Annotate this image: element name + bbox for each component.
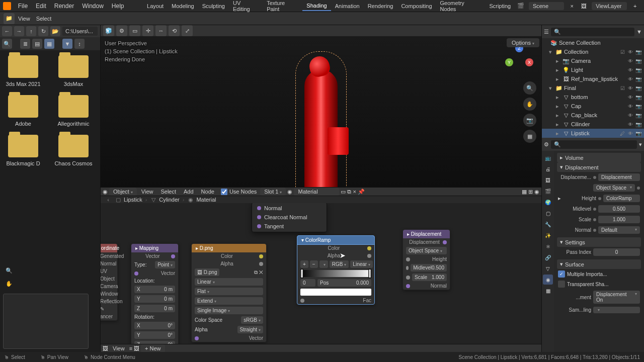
menu-window[interactable]: Window bbox=[78, 3, 108, 10]
ramp-remove-icon[interactable]: − bbox=[310, 260, 318, 268]
img-more-icon[interactable]: ≡ bbox=[129, 345, 132, 351]
backdrop-icon[interactable]: ◉ bbox=[534, 189, 539, 195]
tab-modifier-icon[interactable]: 🔧 bbox=[543, 219, 553, 229]
ramp-gradient[interactable] bbox=[300, 270, 371, 277]
tree-capblack[interactable]: ▸▽Cap_black👁📷 bbox=[542, 111, 644, 120]
viewlayer-new-icon[interactable]: + bbox=[630, 1, 640, 11]
popup-clearcoat-normal[interactable]: Clearcoat Normal bbox=[252, 213, 327, 222]
img-view-menu[interactable]: View bbox=[110, 345, 128, 351]
panel-displacement[interactable]: ▾ Displacement bbox=[557, 162, 641, 172]
passindex-field[interactable]: 0 bbox=[593, 248, 640, 256]
transparent-shadow-check[interactable] bbox=[558, 281, 565, 288]
workspace-texturepaint[interactable]: Texture Paint bbox=[263, 0, 302, 14]
img-browse-icon[interactable]: 🖼 bbox=[134, 345, 139, 351]
workspace-rendering[interactable]: Rendering bbox=[364, 2, 397, 11]
normal-dd[interactable]: Default bbox=[598, 226, 640, 234]
tab-viewlayer-icon[interactable]: 🖼 bbox=[543, 175, 553, 185]
node-texture-coordinate[interactable]: ordinate Generated Normal UV Object Came… bbox=[101, 243, 118, 321]
scene-close-icon[interactable]: × bbox=[567, 1, 577, 11]
folder-item-3dsmax2021[interactable]: 3ds Max 2021 bbox=[3, 55, 43, 87]
slot-dropdown[interactable]: Slot 1 bbox=[260, 188, 286, 196]
workspace-sculpting[interactable]: Sculpting bbox=[198, 2, 229, 11]
overlay-node-icon[interactable]: ▦ bbox=[522, 189, 527, 195]
asset-editor-type-icon[interactable]: 📁 bbox=[4, 13, 15, 24]
tree-bottom[interactable]: ▸▽bottom👁📷 bbox=[542, 93, 644, 102]
viewlayer-field[interactable]: ViewLayer bbox=[592, 2, 627, 10]
viewlayer-icon[interactable]: 🖼 bbox=[579, 1, 589, 11]
tree-refimage[interactable]: ▸🖼Ref_Image_lipstick👁📷 bbox=[542, 74, 644, 83]
nav-newfolder-icon[interactable]: 📂 bbox=[50, 26, 60, 36]
disp-space[interactable]: Object Space bbox=[593, 184, 635, 192]
multi-importance-check[interactable]: ✓ bbox=[558, 270, 565, 278]
ramp-color-swatch[interactable] bbox=[300, 289, 371, 296]
tab-world-icon[interactable]: 🌍 bbox=[543, 197, 553, 207]
move-icon[interactable]: ↔ bbox=[155, 25, 167, 36]
workspace-layout[interactable]: Layout bbox=[143, 2, 168, 11]
cursor-icon[interactable]: ✛ bbox=[142, 25, 153, 36]
tab-scene-icon[interactable]: 🎬 bbox=[543, 186, 553, 196]
node-displacement[interactable]: ▸ Displacement Displacement Object Space… bbox=[403, 229, 450, 290]
menu-edit[interactable]: Edit bbox=[32, 3, 50, 10]
menu-render[interactable]: Render bbox=[50, 3, 78, 10]
display-columns-icon[interactable]: ▤ bbox=[32, 39, 42, 49]
node-select-menu[interactable]: Select bbox=[157, 189, 179, 195]
disp-link[interactable]: Displacement bbox=[598, 173, 640, 181]
tree-final-collection[interactable]: ▾📁Final☑👁📷 bbox=[542, 83, 644, 93]
ramp-tools-icon[interactable] bbox=[319, 260, 328, 268]
folder-item-chaoscosmos[interactable]: Chaos Cosmos bbox=[53, 135, 94, 166]
select-box-icon[interactable]: ▭ bbox=[129, 25, 140, 36]
node-color-ramp[interactable]: ▾ ColorRamp Color Alpha + − RGB Linear 0… bbox=[297, 235, 375, 305]
props-search[interactable]: 🔍 bbox=[551, 140, 637, 149]
search-icon[interactable]: 🔍 bbox=[2, 39, 12, 49]
hand-icon[interactable]: ✋ bbox=[4, 279, 14, 289]
node-view-menu[interactable]: View bbox=[138, 189, 156, 195]
tab-material-icon[interactable]: ◉ bbox=[543, 275, 553, 285]
path-field[interactable]: C:\Users\... bbox=[62, 27, 98, 36]
material-unlink-icon[interactable]: × bbox=[353, 189, 356, 195]
tab-output-icon[interactable]: 🖨 bbox=[543, 164, 553, 174]
height-link[interactable]: ColorRamp bbox=[603, 195, 640, 202]
props-type-icon[interactable]: ⚙ bbox=[544, 141, 549, 148]
crumb-back-icon[interactable]: ‹ bbox=[105, 196, 112, 203]
scene-name-field[interactable]: Scene bbox=[529, 2, 564, 10]
ramp-add-icon[interactable]: + bbox=[300, 260, 308, 268]
node-graph-area[interactable]: Normal Clearcoat Normal Tangent ordinate… bbox=[101, 203, 541, 344]
material-copy-icon[interactable]: ⧉ bbox=[347, 189, 351, 195]
folder-item-allegorithmic[interactable]: Allegorithmic bbox=[53, 95, 94, 127]
pin-icon[interactable]: 📌 bbox=[358, 189, 365, 195]
workspace-modeling[interactable]: Modeling bbox=[168, 2, 198, 11]
tab-constraint-icon[interactable]: 🔗 bbox=[543, 252, 553, 262]
popup-normal[interactable]: Normal bbox=[252, 204, 327, 213]
props-options-icon[interactable]: ▾ bbox=[639, 141, 642, 148]
tab-texture-icon[interactable]: ▦ bbox=[543, 286, 553, 296]
material-browse-icon[interactable]: ▭ bbox=[341, 189, 346, 195]
scale-icon[interactable]: ⤢ bbox=[182, 25, 193, 36]
tree-scene-collection[interactable]: 📚Scene Collection bbox=[542, 38, 644, 47]
perspective-toggle-icon[interactable]: ▦ bbox=[523, 130, 536, 143]
sort-icon[interactable]: ↕ bbox=[74, 39, 85, 49]
nav-forward-icon[interactable]: → bbox=[14, 26, 24, 36]
tree-light[interactable]: ▸💡Light👁📷 bbox=[542, 65, 644, 74]
menu-file[interactable]: File bbox=[14, 3, 32, 10]
node-editor-type-icon[interactable]: ◉ bbox=[103, 189, 108, 195]
disp-method-dd[interactable]: Displacement On bbox=[593, 291, 640, 304]
outliner-search[interactable]: 🔍 bbox=[551, 28, 634, 36]
node-mapping[interactable]: ▸ Mapping Vector Type:Point Vector Locat… bbox=[131, 243, 179, 344]
asset-view-menu[interactable]: View bbox=[15, 16, 33, 22]
outliner-type-icon[interactable]: ☰ bbox=[544, 29, 549, 35]
folder-item-3dsmax[interactable]: 3dsMax bbox=[53, 55, 94, 87]
img-new-button[interactable]: + New bbox=[141, 344, 165, 352]
outliner-filter-icon[interactable]: ▼ bbox=[636, 29, 642, 35]
workspace-shading[interactable]: Shading bbox=[302, 1, 331, 11]
workspace-animation[interactable]: Animation bbox=[331, 2, 364, 11]
node-mode-dropdown[interactable]: Object bbox=[109, 188, 137, 196]
sampling-dd[interactable] bbox=[593, 307, 640, 313]
material-name-field[interactable]: Material bbox=[294, 188, 339, 196]
folder-item-adobe[interactable]: Adobe bbox=[3, 95, 43, 127]
panel-volume[interactable]: ▸ Volume bbox=[557, 153, 641, 162]
tab-particles-icon[interactable]: ✨ bbox=[543, 230, 553, 240]
rotate-icon[interactable]: ⟲ bbox=[169, 25, 180, 36]
editor-type-3dview-icon[interactable]: 🧊 bbox=[103, 25, 114, 36]
display-list-icon[interactable]: ≣ bbox=[20, 39, 30, 49]
axis-y-icon[interactable]: Y bbox=[505, 58, 513, 66]
